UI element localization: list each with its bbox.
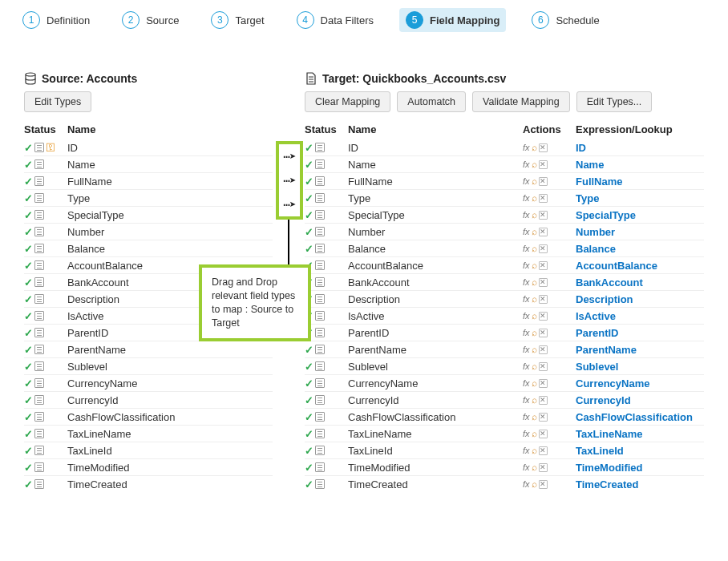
fx-action-icon[interactable]: fx [523, 462, 530, 472]
source-field-row[interactable]: ✓ParentName [24, 341, 273, 357]
target-field-row[interactable]: ✓IDfx⌕✕ID [305, 139, 704, 155]
target-field-row[interactable]: ✓SpecialTypefx⌕✕SpecialType [305, 206, 704, 223]
edit-types-target-button[interactable]: Edit Types... [576, 91, 653, 112]
target-field-row[interactable]: ✓CashFlowClassificationfx⌕✕CashFlowClass… [305, 408, 704, 425]
source-field-row[interactable]: ✓Balance [24, 240, 273, 256]
lookup-action-icon[interactable]: ⌕ [532, 260, 537, 271]
target-field-row[interactable]: ✓TaxLineIdfx⌕✕TaxLineId [305, 442, 704, 458]
wizard-step-target[interactable]: 3Target [204, 8, 270, 32]
validate-mapping-button[interactable]: Validate Mapping [472, 91, 570, 112]
source-field-row[interactable]: ✓Type [24, 189, 273, 206]
clear-action-icon[interactable]: ✕ [539, 446, 548, 455]
lookup-action-icon[interactable]: ⌕ [532, 310, 537, 321]
clear-action-icon[interactable]: ✕ [539, 228, 548, 236]
clear-action-icon[interactable]: ✕ [539, 177, 548, 186]
lookup-action-icon[interactable]: ⌕ [532, 226, 537, 237]
clear-action-icon[interactable]: ✕ [539, 160, 548, 169]
clear-action-icon[interactable]: ✕ [539, 261, 548, 270]
clear-action-icon[interactable]: ✕ [539, 329, 548, 337]
expression-link[interactable]: FullName [576, 176, 623, 188]
target-field-row[interactable]: ✓ParentNamefx⌕✕ParentName [305, 341, 704, 357]
clear-action-icon[interactable]: ✕ [539, 430, 548, 438]
lookup-action-icon[interactable]: ⌕ [532, 344, 537, 355]
target-field-row[interactable]: ✓ParentIDfx⌕✕ParentID [305, 324, 704, 341]
target-field-row[interactable]: ✓TimeCreatedfx⌕✕TimeCreated [305, 475, 704, 492]
clear-action-icon[interactable]: ✕ [539, 278, 548, 287]
clear-action-icon[interactable]: ✕ [539, 463, 548, 472]
target-field-row[interactable]: ✓CurrencyNamefx⌕✕CurrencyName [305, 374, 704, 391]
clear-action-icon[interactable]: ✕ [539, 194, 548, 203]
source-field-row[interactable]: ✓CurrencyName [24, 374, 273, 391]
fx-action-icon[interactable]: fx [523, 345, 530, 354]
fx-action-icon[interactable]: fx [523, 378, 530, 388]
fx-action-icon[interactable]: fx [523, 277, 530, 287]
clear-action-icon[interactable]: ✕ [539, 244, 548, 253]
clear-action-icon[interactable]: ✕ [539, 413, 548, 422]
wizard-step-schedule[interactable]: 6Schedule [525, 8, 605, 32]
expression-link[interactable]: CashFlowClassification [576, 411, 693, 423]
fx-action-icon[interactable]: fx [523, 176, 530, 186]
lookup-action-icon[interactable]: ⌕ [532, 276, 537, 288]
lookup-action-icon[interactable]: ⌕ [532, 142, 537, 153]
fx-action-icon[interactable]: fx [523, 446, 530, 455]
expression-link[interactable]: ID [576, 142, 586, 154]
expression-link[interactable]: TaxLineId [576, 445, 624, 457]
fx-action-icon[interactable]: fx [523, 227, 530, 236]
lookup-action-icon[interactable]: ⌕ [532, 394, 537, 406]
automatch-button[interactable]: Automatch [397, 91, 466, 112]
fx-action-icon[interactable]: fx [523, 361, 530, 371]
clear-action-icon[interactable]: ✕ [539, 295, 548, 304]
fx-action-icon[interactable]: fx [523, 429, 530, 438]
source-field-row[interactable]: ✓TimeCreated [24, 475, 273, 492]
expression-link[interactable]: Description [576, 293, 633, 305]
wizard-step-definition[interactable]: 1Definition [16, 8, 96, 32]
lookup-action-icon[interactable]: ⌕ [532, 293, 537, 305]
source-field-row[interactable]: ✓CashFlowClassification [24, 408, 273, 425]
lookup-action-icon[interactable]: ⌕ [532, 428, 537, 439]
lookup-action-icon[interactable]: ⌕ [532, 159, 537, 170]
fx-action-icon[interactable]: fx [523, 193, 530, 203]
fx-action-icon[interactable]: fx [523, 244, 530, 253]
source-field-row[interactable]: ✓SpecialType [24, 206, 273, 223]
expression-link[interactable]: ParentName [576, 344, 637, 356]
expression-link[interactable]: AccountBalance [576, 260, 657, 272]
expression-link[interactable]: ParentID [576, 327, 618, 339]
source-field-row[interactable]: ✓⚿ID [24, 139, 273, 155]
wizard-step-data-filters[interactable]: 4Data Filters [290, 8, 380, 32]
target-field-row[interactable]: ✓CurrencyIdfx⌕✕CurrencyId [305, 391, 704, 408]
expression-link[interactable]: TimeModified [576, 462, 643, 474]
clear-action-icon[interactable]: ✕ [539, 345, 548, 354]
lookup-action-icon[interactable]: ⌕ [532, 192, 537, 204]
target-field-row[interactable]: ✓Namefx⌕✕Name [305, 155, 704, 172]
expression-link[interactable]: Sublevel [576, 361, 618, 373]
fx-action-icon[interactable]: fx [523, 159, 530, 169]
lookup-action-icon[interactable]: ⌕ [532, 377, 537, 389]
clear-action-icon[interactable]: ✕ [539, 362, 548, 371]
edit-types-button[interactable]: Edit Types [24, 91, 91, 112]
target-field-row[interactable]: ✓IsActivefx⌕✕IsActive [305, 307, 704, 324]
expression-link[interactable]: SpecialType [576, 209, 636, 221]
fx-action-icon[interactable]: fx [523, 294, 530, 304]
expression-link[interactable]: TaxLineName [576, 428, 643, 440]
lookup-action-icon[interactable]: ⌕ [532, 478, 537, 490]
target-field-row[interactable]: ✓FullNamefx⌕✕FullName [305, 172, 704, 189]
expression-link[interactable]: CurrencyId [576, 394, 631, 406]
source-field-row[interactable]: ✓Name [24, 155, 273, 172]
source-field-row[interactable]: ✓Sublevel [24, 357, 273, 374]
lookup-action-icon[interactable]: ⌕ [532, 411, 537, 422]
target-field-row[interactable]: ✓Balancefx⌕✕Balance [305, 240, 704, 256]
expression-link[interactable]: BankAccount [576, 276, 643, 289]
target-field-row[interactable]: ✓BankAccountfx⌕✕BankAccount [305, 273, 704, 290]
clear-action-icon[interactable]: ✕ [539, 143, 548, 152]
fx-action-icon[interactable]: fx [523, 143, 530, 152]
lookup-action-icon[interactable]: ⌕ [532, 176, 537, 187]
lookup-action-icon[interactable]: ⌕ [532, 462, 537, 473]
fx-action-icon[interactable]: fx [523, 260, 530, 270]
wizard-step-field-mapping[interactable]: 5Field Mapping [399, 8, 506, 32]
expression-link[interactable]: Balance [576, 243, 616, 255]
lookup-action-icon[interactable]: ⌕ [532, 327, 537, 338]
target-field-row[interactable]: ✓TaxLineNamefx⌕✕TaxLineName [305, 425, 704, 442]
expression-link[interactable]: Number [576, 226, 615, 238]
target-field-row[interactable]: ✓AccountBalancefx⌕✕AccountBalance [305, 256, 704, 273]
source-field-row[interactable]: ✓TaxLineName [24, 425, 273, 442]
